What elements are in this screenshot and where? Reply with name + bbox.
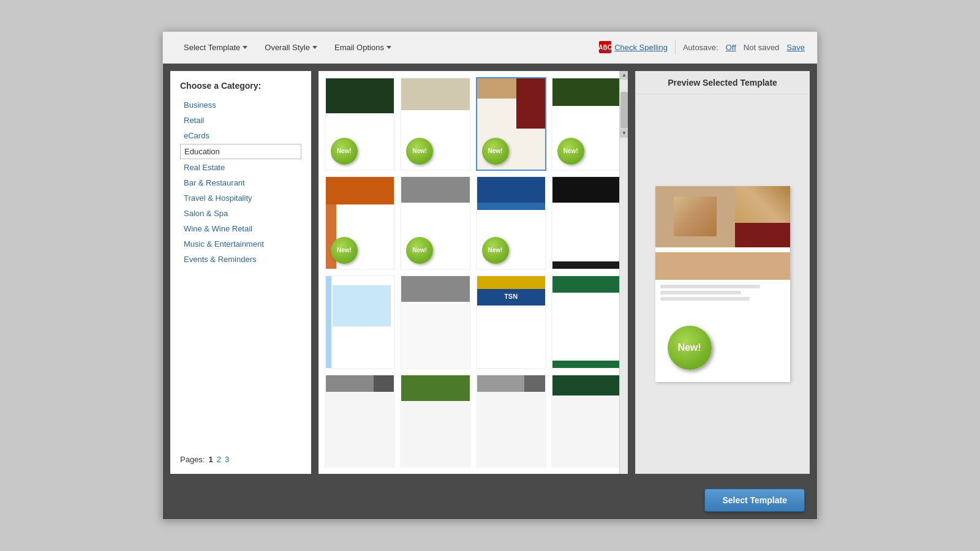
template-15[interactable] bbox=[476, 374, 546, 468]
email-options-arrow-icon bbox=[386, 46, 391, 49]
templates-grid: New! New! New! bbox=[325, 77, 622, 468]
templates-scroll[interactable]: New! New! New! bbox=[318, 71, 628, 474]
sidebar-item-education[interactable]: Education bbox=[180, 144, 301, 159]
check-spelling-button[interactable]: ABC Check Spelling bbox=[599, 41, 668, 53]
new-badge-5: New! bbox=[331, 237, 358, 264]
autosave-prefix: Autosave: bbox=[683, 43, 718, 52]
category-label-education: Education bbox=[184, 147, 220, 156]
category-link-ecards: eCards bbox=[184, 131, 209, 140]
autosave-state[interactable]: Off bbox=[726, 43, 736, 52]
bottom-bar: Select Template bbox=[163, 481, 817, 519]
sidebar-item-events[interactable]: Events & Reminders bbox=[180, 252, 301, 266]
preview-template: New! bbox=[655, 186, 790, 382]
toolbar: Select Template Overall Style Email Opti… bbox=[163, 32, 817, 64]
scroll-up-arrow[interactable]: ▲ bbox=[620, 71, 628, 80]
category-link-real-estate: Real Estate bbox=[184, 163, 225, 172]
templates-area: New! New! New! bbox=[318, 71, 628, 474]
sidebar-item-bar-restaurant[interactable]: Bar & Restaurant bbox=[180, 176, 301, 190]
save-link[interactable]: Save bbox=[786, 43, 805, 52]
toolbar-separator bbox=[675, 40, 676, 54]
overall-style-menu[interactable]: Overall Style bbox=[256, 39, 326, 56]
sidebar-item-business[interactable]: Business bbox=[180, 98, 301, 112]
spell-icon: ABC bbox=[599, 41, 611, 53]
preview-title: Preview Selected Template bbox=[636, 72, 809, 94]
sidebar-item-wine[interactable]: Wine & Wine Retail bbox=[180, 222, 301, 236]
preview-line-3 bbox=[660, 297, 750, 301]
toolbar-right: ABC Check Spelling Autosave: Off Not sav… bbox=[599, 40, 805, 54]
category-link-wine: Wine & Wine Retail bbox=[184, 224, 252, 233]
email-options-label: Email Options bbox=[334, 43, 384, 52]
new-badge-7: New! bbox=[482, 237, 509, 264]
template-12[interactable] bbox=[551, 275, 622, 369]
template-13[interactable] bbox=[325, 374, 395, 468]
email-options-menu[interactable]: Email Options bbox=[326, 39, 400, 56]
category-link-travel: Travel & Hospitality bbox=[184, 193, 252, 203]
preview-top bbox=[655, 186, 790, 247]
preview-line-2 bbox=[660, 291, 742, 294]
preview-new-badge: New! bbox=[668, 326, 712, 370]
page-2-link[interactable]: 2 bbox=[217, 455, 221, 464]
overall-style-arrow-icon bbox=[312, 46, 317, 49]
select-template-menu[interactable]: Select Template bbox=[175, 39, 256, 56]
preview-wood bbox=[735, 186, 790, 223]
preview-top-right bbox=[735, 186, 790, 247]
sidebar-item-salon[interactable]: Salon & Spa bbox=[180, 206, 301, 220]
category-link-bar-restaurant: Bar & Restaurant bbox=[184, 178, 245, 187]
new-badge-4: New! bbox=[557, 138, 584, 165]
preview-line-1 bbox=[660, 285, 760, 288]
sidebar-item-ecards[interactable]: eCards bbox=[180, 129, 301, 143]
sidebar-item-music[interactable]: Music & Entertainment bbox=[180, 237, 301, 251]
new-badge-6: New! bbox=[406, 237, 433, 264]
category-link-events: Events & Reminders bbox=[184, 255, 257, 264]
template-2[interactable]: New! bbox=[400, 77, 470, 171]
preview-area: New! bbox=[636, 94, 809, 474]
category-title: Choose a Category: bbox=[180, 81, 301, 91]
preview-top-left bbox=[655, 186, 735, 247]
page-3-link[interactable]: 3 bbox=[225, 455, 229, 464]
template-8[interactable] bbox=[551, 176, 622, 270]
toolbar-left: Select Template Overall Style Email Opti… bbox=[175, 39, 400, 56]
sidebar-item-real-estate[interactable]: Real Estate bbox=[180, 160, 301, 174]
select-template-arrow-icon bbox=[243, 46, 247, 49]
scroll-down-arrow[interactable]: ▼ bbox=[620, 129, 628, 138]
sidebar-item-retail[interactable]: Retail bbox=[180, 113, 301, 127]
category-link-business: Business bbox=[184, 100, 216, 110]
preview-tan-bar bbox=[655, 252, 790, 280]
template-3[interactable]: New! bbox=[476, 77, 546, 171]
page-1-link[interactable]: 1 bbox=[208, 455, 213, 464]
scrollbar[interactable]: ▲ ▼ bbox=[619, 71, 628, 474]
template-16[interactable] bbox=[551, 374, 622, 468]
template-11[interactable]: TSN bbox=[476, 275, 546, 369]
template-9[interactable] bbox=[325, 275, 395, 369]
sidebar-item-travel[interactable]: Travel & Hospitality bbox=[180, 191, 301, 205]
template-6[interactable]: New! bbox=[400, 176, 470, 270]
template-4[interactable]: New! bbox=[551, 77, 622, 171]
category-link-retail: Retail bbox=[184, 116, 204, 125]
check-spelling-label: Check Spelling bbox=[614, 43, 668, 52]
template-7[interactable]: New! bbox=[476, 176, 546, 270]
overall-style-label: Overall Style bbox=[265, 43, 310, 52]
category-list: Business Retail eCards Education Real Es… bbox=[180, 98, 301, 266]
not-saved-label: Not saved bbox=[744, 43, 780, 52]
preview-dark-red bbox=[735, 223, 790, 247]
select-template-button[interactable]: Select Template bbox=[704, 489, 805, 512]
pages-section: Pages: 1 2 3 bbox=[180, 445, 301, 464]
right-panel: Preview Selected Template bbox=[635, 71, 810, 474]
template-5[interactable]: New! bbox=[325, 176, 395, 270]
category-link-salon: Salon & Spa bbox=[184, 209, 228, 218]
preview-body bbox=[655, 280, 790, 305]
scroll-thumb[interactable] bbox=[620, 92, 628, 129]
left-panel: Choose a Category: Business Retail eCard… bbox=[170, 71, 311, 474]
pages-label: Pages: bbox=[180, 455, 205, 464]
template-1[interactable]: New! bbox=[325, 77, 395, 171]
select-template-label: Select Template bbox=[184, 43, 240, 52]
main-content: Choose a Category: Business Retail eCard… bbox=[163, 64, 817, 482]
category-link-music: Music & Entertainment bbox=[184, 239, 264, 249]
template-10[interactable] bbox=[400, 275, 470, 369]
new-badge-3: New! bbox=[482, 138, 509, 165]
template-14[interactable] bbox=[400, 374, 470, 468]
